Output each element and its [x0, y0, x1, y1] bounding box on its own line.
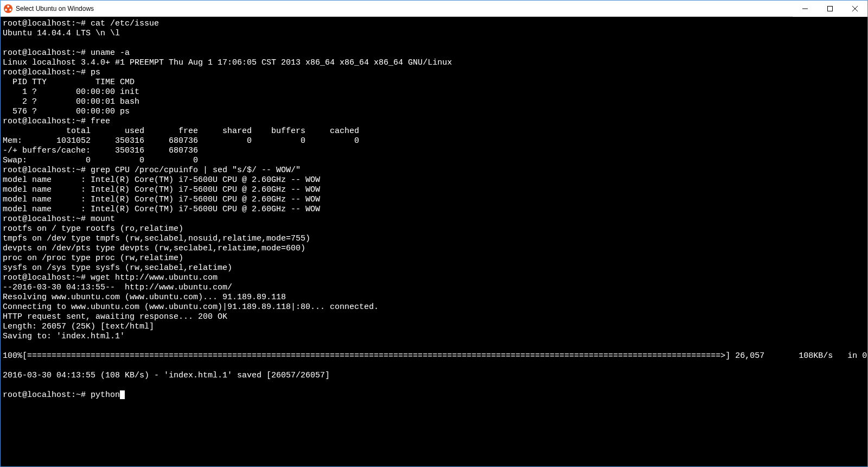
- terminal-line: devpts on /dev/pts type devpts (rw,secla…: [3, 244, 865, 254]
- terminal-line: root@localhost:~# uname -a: [3, 48, 865, 58]
- terminal-line: HTTP request sent, awaiting response... …: [3, 312, 865, 322]
- terminal-line: root@localhost:~# mount: [3, 214, 865, 224]
- terminal-line: root@localhost:~# grep CPU /proc/cpuinfo…: [3, 166, 865, 175]
- terminal-line: model name : Intel(R) Core(TM) i7-5600U …: [3, 195, 865, 205]
- close-button[interactable]: [843, 1, 867, 17]
- terminal-cursor: [120, 390, 125, 399]
- terminal-line: Length: 26057 (25K) [text/html]: [3, 322, 865, 332]
- terminal-line: [3, 39, 865, 48]
- terminal-line: root@localhost:~# cat /etc/issue: [3, 19, 865, 29]
- terminal-line: 2 ? 00:00:01 bash: [3, 97, 865, 107]
- terminal-line: total used free shared buffers cached: [3, 127, 865, 136]
- terminal-line: [3, 342, 865, 351]
- window-controls: [793, 1, 867, 17]
- terminal-line: root@localhost:~# ps: [3, 68, 865, 78]
- terminal-line: 2016-03-30 04:13:55 (108 KB/s) - 'index.…: [3, 371, 865, 381]
- terminal-line: proc on /proc type proc (rw,relatime): [3, 254, 865, 263]
- terminal-line: 1 ? 00:00:00 init: [3, 87, 865, 97]
- window-title: Select Ubuntu on Windows: [16, 5, 94, 12]
- terminal-window: Select Ubuntu on Windows root@localhost:…: [0, 0, 868, 467]
- terminal-line: Saving to: 'index.html.1': [3, 332, 865, 342]
- terminal-line: --2016-03-30 04:13:55-- http://www.ubunt…: [3, 283, 865, 293]
- terminal-line: -/+ buffers/cache: 350316 680736: [3, 146, 865, 156]
- terminal-line: [3, 361, 865, 371]
- terminal-line: Ubuntu 14.04.4 LTS \n \l: [3, 29, 865, 39]
- terminal-line: tmpfs on /dev type tmpfs (rw,seclabel,no…: [3, 234, 865, 244]
- title-left: Select Ubuntu on Windows: [4, 4, 94, 13]
- terminal-line: root@localhost:~# free: [3, 117, 865, 127]
- terminal-line: 100%[===================================…: [3, 351, 865, 361]
- minimize-button[interactable]: [793, 1, 818, 17]
- terminal-line: Resolving www.ubuntu.com (www.ubuntu.com…: [3, 293, 865, 302]
- terminal-line: PID TTY TIME CMD: [3, 78, 865, 87]
- terminal-line: sysfs on /sys type sysfs (rw,seclabel,re…: [3, 263, 865, 273]
- terminal-line: [3, 381, 865, 390]
- terminal-line: rootfs on / type rootfs (ro,relatime): [3, 224, 865, 234]
- terminal-line: root@localhost:~# wget http://www.ubuntu…: [3, 273, 865, 283]
- terminal-line: 576 ? 00:00:00 ps: [3, 107, 865, 117]
- terminal-line: model name : Intel(R) Core(TM) i7-5600U …: [3, 175, 865, 185]
- ubuntu-icon: [4, 4, 12, 13]
- terminal-line: model name : Intel(R) Core(TM) i7-5600U …: [3, 205, 865, 214]
- terminal-output[interactable]: root@localhost:~# cat /etc/issueUbuntu 1…: [1, 17, 867, 466]
- terminal-line: model name : Intel(R) Core(TM) i7-5600U …: [3, 185, 865, 195]
- terminal-prompt-line[interactable]: root@localhost:~# python: [3, 390, 865, 400]
- svg-rect-1: [828, 6, 833, 11]
- maximize-button[interactable]: [818, 1, 843, 17]
- terminal-line: Linux localhost 3.4.0+ #1 PREEMPT Thu Au…: [3, 58, 865, 68]
- titlebar[interactable]: Select Ubuntu on Windows: [1, 1, 867, 17]
- terminal-line: Mem: 1031052 350316 680736 0 0 0: [3, 136, 865, 146]
- terminal-line: Swap: 0 0 0: [3, 156, 865, 166]
- terminal-line: Connecting to www.ubuntu.com (www.ubuntu…: [3, 302, 865, 312]
- terminal-prompt: root@localhost:~#: [3, 390, 91, 400]
- terminal-current-input[interactable]: python: [91, 390, 120, 400]
